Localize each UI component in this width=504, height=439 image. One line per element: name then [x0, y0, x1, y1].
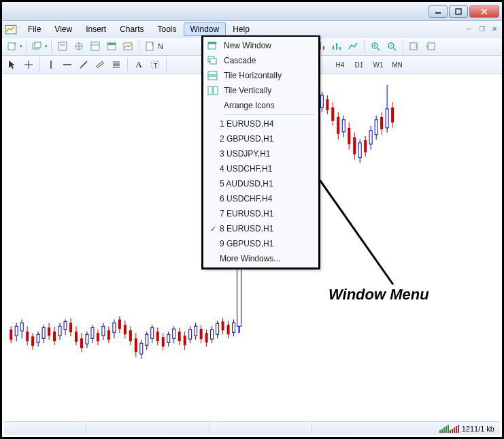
connection-status[interactable]: 1211/1 kb — [434, 425, 500, 433]
market-watch-button[interactable] — [55, 39, 70, 54]
menu-file[interactable]: File — [21, 22, 48, 36]
channel-button[interactable] — [93, 57, 107, 72]
svg-rect-59 — [31, 336, 34, 346]
svg-rect-55 — [20, 323, 23, 331]
crosshair-button[interactable] — [21, 57, 36, 72]
text-label-button[interactable]: A — [131, 57, 146, 72]
svg-rect-87 — [107, 330, 110, 340]
svg-rect-51 — [10, 329, 12, 340]
mdi-close-button[interactable]: ✕ — [488, 24, 501, 35]
menu-window-4[interactable]: 4 USDCHF,H1 — [203, 161, 318, 176]
menu-window-8[interactable]: ✓8 EURUSD,H1 — [203, 221, 318, 236]
new-chart-button[interactable]: + — [5, 39, 20, 54]
svg-rect-139 — [326, 99, 329, 110]
strategy-tester-button[interactable] — [120, 39, 135, 54]
svg-rect-141 — [331, 108, 334, 121]
menu-item-label: More Windows... — [220, 254, 280, 263]
new-window-icon: + — [206, 40, 220, 51]
menu-item-label: Tile Horizontally — [224, 71, 282, 80]
menu-item-label: Tile Vertically — [224, 86, 271, 95]
menu-tile-vertically[interactable]: Tile Vertically — [203, 83, 318, 98]
menu-insert[interactable]: Insert — [79, 22, 113, 36]
svg-rect-170 — [208, 76, 217, 80]
zoom-in-button[interactable] — [368, 39, 383, 54]
svg-rect-151 — [358, 143, 361, 158]
svg-text:+: + — [14, 41, 17, 47]
window-minimize-button[interactable] — [429, 5, 448, 18]
vertical-line-button[interactable] — [44, 57, 58, 72]
data-window-button[interactable] — [88, 39, 103, 54]
mdi-minimize-button[interactable]: ─ — [463, 24, 475, 35]
indicator-button-2[interactable] — [329, 39, 344, 54]
menu-window-1[interactable]: 1 EURUSD,H4 — [203, 116, 318, 131]
new-order-button[interactable]: + — [143, 39, 158, 54]
auto-scroll-button[interactable] — [407, 39, 422, 54]
timeframe-w1-button[interactable]: W1 — [369, 58, 387, 71]
timeframe-h4-button[interactable]: H4 — [331, 58, 349, 71]
menu-arrange-icons[interactable]: Arrange Icons — [203, 98, 318, 113]
svg-rect-157 — [375, 120, 377, 135]
svg-rect-129 — [222, 321, 224, 330]
svg-rect-153 — [364, 140, 367, 152]
mdi-restore-button[interactable]: ❐ — [475, 24, 488, 35]
svg-rect-113 — [178, 331, 181, 341]
svg-rect-9 — [58, 42, 67, 50]
fibonacci-button[interactable] — [109, 57, 124, 72]
menu-window[interactable]: Window — [184, 22, 226, 36]
terminal-button[interactable] — [104, 39, 119, 54]
menu-window-2[interactable]: 2 GBPUSD,H1 — [203, 131, 318, 146]
text-button[interactable]: T — [148, 57, 163, 72]
window-maximize-button[interactable] — [449, 5, 468, 18]
menu-view[interactable]: View — [48, 22, 79, 36]
menu-charts[interactable]: Charts — [113, 22, 150, 36]
menu-window-3[interactable]: 3 USDJPY,H1 — [203, 146, 318, 161]
menu-window-6[interactable]: 6 USDCHF,H4 — [203, 191, 318, 206]
menu-tile-horizontally[interactable]: Tile Horizontally — [203, 68, 318, 83]
timeframe-d1-button[interactable]: D1 — [350, 58, 368, 71]
svg-rect-101 — [146, 334, 148, 345]
svg-line-41 — [80, 61, 87, 68]
trendline-button[interactable] — [76, 57, 91, 72]
cursor-button[interactable] — [5, 57, 20, 72]
svg-rect-71 — [64, 321, 67, 329]
svg-rect-159 — [380, 117, 383, 129]
svg-rect-109 — [167, 334, 170, 342]
mdi-controls: ─ ❐ ✕ — [463, 24, 501, 35]
svg-rect-63 — [42, 327, 45, 338]
profiles-button[interactable] — [30, 39, 45, 54]
window-dropdown-menu: + New Window Cascade Tile Horizontally T… — [201, 35, 320, 270]
indicator-button-3[interactable] — [346, 39, 360, 54]
menu-help[interactable]: Help — [226, 22, 256, 36]
svg-rect-77 — [80, 338, 83, 348]
svg-text:+: + — [214, 41, 218, 46]
annotation-label: Window Menu — [329, 286, 429, 304]
menu-more-windows[interactable]: More Windows... — [203, 251, 318, 266]
navigator-button[interactable] — [71, 39, 86, 54]
timeframe-mn-button[interactable]: MN — [388, 58, 406, 71]
svg-rect-172 — [214, 86, 218, 95]
svg-rect-14 — [91, 42, 99, 50]
menu-new-window[interactable]: + New Window — [203, 38, 318, 53]
svg-rect-147 — [348, 128, 350, 144]
menu-cascade[interactable]: Cascade — [203, 53, 318, 68]
check-icon: ✓ — [206, 225, 220, 233]
svg-rect-57 — [26, 331, 29, 341]
menu-window-7[interactable]: 7 EURUSD,H1 — [203, 206, 318, 221]
dropdown-arrow-icon[interactable]: ▾ — [45, 44, 48, 49]
zoom-out-button[interactable] — [384, 39, 399, 54]
menu-tools[interactable]: Tools — [151, 22, 184, 36]
app-icon — [5, 23, 17, 35]
svg-line-32 — [393, 48, 396, 50]
menu-item-label: New Window — [224, 41, 271, 50]
dropdown-arrow-icon[interactable]: ▾ — [20, 44, 22, 49]
window-close-button[interactable] — [469, 5, 499, 18]
menu-item-label: Arrange Icons — [224, 101, 275, 110]
svg-rect-137 — [320, 95, 323, 108]
menu-window-9[interactable]: 9 GBPUSD,H1 — [203, 236, 318, 251]
svg-line-28 — [377, 48, 380, 50]
svg-text:T: T — [154, 62, 158, 69]
connection-bars-icon — [439, 425, 459, 433]
horizontal-line-button[interactable] — [60, 57, 75, 72]
chart-shift-button[interactable] — [423, 39, 438, 54]
menu-window-5[interactable]: 5 AUDUSD,H1 — [203, 176, 318, 191]
